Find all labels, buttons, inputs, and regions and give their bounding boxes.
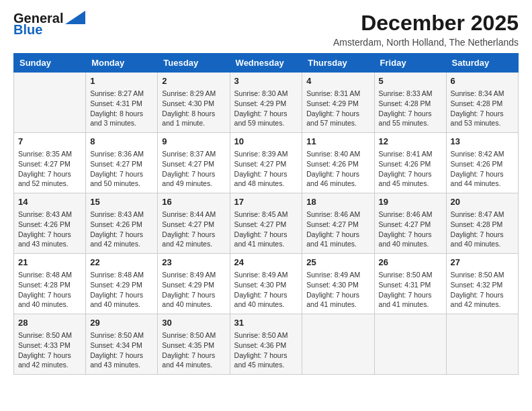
calendar-cell: 23Sunrise: 8:49 AM Sunset: 4:29 PM Dayli… (158, 254, 230, 314)
cell-content: Sunrise: 8:43 AM Sunset: 4:26 PM Dayligh… (90, 210, 153, 249)
page-header: General Blue December 2025 Amsterdam, No… (13, 11, 519, 48)
location-title: Amsterdam, North Holland, The Netherland… (333, 37, 519, 48)
day-number: 9 (162, 136, 225, 148)
cell-content: Sunrise: 8:50 AM Sunset: 4:34 PM Dayligh… (90, 330, 153, 370)
cell-content: Sunrise: 8:43 AM Sunset: 4:26 PM Dayligh… (18, 210, 81, 249)
calendar-cell: 13Sunrise: 8:42 AM Sunset: 4:26 PM Dayli… (446, 133, 518, 193)
calendar-cell: 18Sunrise: 8:46 AM Sunset: 4:27 PM Dayli… (302, 193, 374, 254)
cell-content: Sunrise: 8:50 AM Sunset: 4:35 PM Dayligh… (162, 330, 225, 370)
cell-content: Sunrise: 8:49 AM Sunset: 4:29 PM Dayligh… (162, 270, 225, 310)
svg-marker-0 (65, 11, 85, 24)
calendar-cell: 8Sunrise: 8:36 AM Sunset: 4:27 PM Daylig… (86, 133, 158, 193)
day-number: 26 (379, 257, 442, 269)
calendar-cell: 11Sunrise: 8:40 AM Sunset: 4:26 PM Dayli… (302, 133, 374, 193)
calendar-week-row: 21Sunrise: 8:48 AM Sunset: 4:28 PM Dayli… (14, 254, 519, 314)
cell-content: Sunrise: 8:46 AM Sunset: 4:27 PM Dayligh… (306, 210, 369, 249)
calendar-table: SundayMondayTuesdayWednesdayThursdayFrid… (13, 53, 519, 375)
cell-content: Sunrise: 8:41 AM Sunset: 4:26 PM Dayligh… (379, 149, 442, 189)
calendar-cell: 17Sunrise: 8:45 AM Sunset: 4:27 PM Dayli… (230, 193, 302, 254)
calendar-cell: 25Sunrise: 8:49 AM Sunset: 4:30 PM Dayli… (302, 254, 374, 314)
weekday-header: Tuesday (158, 54, 230, 73)
day-number: 12 (379, 136, 442, 148)
day-number: 6 (451, 75, 514, 87)
cell-content: Sunrise: 8:50 AM Sunset: 4:36 PM Dayligh… (234, 330, 298, 370)
cell-content: Sunrise: 8:34 AM Sunset: 4:28 PM Dayligh… (451, 89, 514, 128)
calendar-cell: 26Sunrise: 8:50 AM Sunset: 4:31 PM Dayli… (374, 254, 446, 314)
calendar-cell: 2Sunrise: 8:29 AM Sunset: 4:30 PM Daylig… (158, 73, 230, 133)
calendar-cell: 27Sunrise: 8:50 AM Sunset: 4:32 PM Dayli… (446, 254, 518, 314)
day-number: 25 (306, 257, 369, 269)
day-number: 31 (234, 317, 298, 329)
day-number: 15 (90, 196, 153, 208)
calendar-week-row: 14Sunrise: 8:43 AM Sunset: 4:26 PM Dayli… (14, 193, 519, 254)
calendar-cell: 29Sunrise: 8:50 AM Sunset: 4:34 PM Dayli… (86, 314, 158, 375)
day-number: 8 (90, 136, 153, 148)
weekday-header: Thursday (302, 54, 374, 73)
day-number: 24 (234, 257, 298, 269)
logo-blue-text: Blue (13, 22, 42, 38)
calendar-cell: 5Sunrise: 8:33 AM Sunset: 4:28 PM Daylig… (374, 73, 446, 133)
day-number: 3 (234, 75, 298, 87)
calendar-cell: 31Sunrise: 8:50 AM Sunset: 4:36 PM Dayli… (230, 314, 302, 375)
cell-content: Sunrise: 8:44 AM Sunset: 4:27 PM Dayligh… (162, 210, 225, 249)
calendar-cell (374, 314, 446, 375)
logo-icon (65, 11, 85, 24)
cell-content: Sunrise: 8:31 AM Sunset: 4:29 PM Dayligh… (306, 89, 369, 128)
day-number: 30 (162, 317, 225, 329)
cell-content: Sunrise: 8:37 AM Sunset: 4:27 PM Dayligh… (162, 149, 225, 189)
cell-content: Sunrise: 8:48 AM Sunset: 4:29 PM Dayligh… (90, 270, 153, 310)
cell-content: Sunrise: 8:30 AM Sunset: 4:29 PM Dayligh… (234, 89, 298, 128)
cell-content: Sunrise: 8:33 AM Sunset: 4:28 PM Dayligh… (379, 89, 442, 128)
day-number: 10 (234, 136, 298, 148)
calendar-week-row: 7Sunrise: 8:35 AM Sunset: 4:27 PM Daylig… (14, 133, 519, 193)
calendar-cell (302, 314, 374, 375)
cell-content: Sunrise: 8:50 AM Sunset: 4:31 PM Dayligh… (379, 270, 442, 310)
calendar-cell: 9Sunrise: 8:37 AM Sunset: 4:27 PM Daylig… (158, 133, 230, 193)
day-number: 17 (234, 196, 298, 208)
title-section: December 2025 Amsterdam, North Holland, … (333, 11, 519, 48)
cell-content: Sunrise: 8:42 AM Sunset: 4:26 PM Dayligh… (451, 149, 514, 189)
day-number: 22 (90, 257, 153, 269)
calendar-cell: 6Sunrise: 8:34 AM Sunset: 4:28 PM Daylig… (446, 73, 518, 133)
cell-content: Sunrise: 8:35 AM Sunset: 4:27 PM Dayligh… (18, 149, 81, 189)
logo: General Blue (13, 11, 85, 38)
cell-content: Sunrise: 8:49 AM Sunset: 4:30 PM Dayligh… (234, 270, 298, 310)
cell-content: Sunrise: 8:36 AM Sunset: 4:27 PM Dayligh… (90, 149, 153, 189)
weekday-header: Monday (86, 54, 158, 73)
calendar-cell: 19Sunrise: 8:46 AM Sunset: 4:27 PM Dayli… (374, 193, 446, 254)
day-number: 29 (90, 317, 153, 329)
day-number: 1 (90, 75, 153, 87)
calendar-cell: 30Sunrise: 8:50 AM Sunset: 4:35 PM Dayli… (158, 314, 230, 375)
calendar-cell (446, 314, 518, 375)
calendar-cell: 24Sunrise: 8:49 AM Sunset: 4:30 PM Dayli… (230, 254, 302, 314)
calendar-cell: 21Sunrise: 8:48 AM Sunset: 4:28 PM Dayli… (14, 254, 86, 314)
calendar-cell: 28Sunrise: 8:50 AM Sunset: 4:33 PM Dayli… (14, 314, 86, 375)
cell-content: Sunrise: 8:39 AM Sunset: 4:27 PM Dayligh… (234, 149, 298, 189)
cell-content: Sunrise: 8:47 AM Sunset: 4:28 PM Dayligh… (451, 210, 514, 249)
calendar-cell: 4Sunrise: 8:31 AM Sunset: 4:29 PM Daylig… (302, 73, 374, 133)
calendar-cell: 16Sunrise: 8:44 AM Sunset: 4:27 PM Dayli… (158, 193, 230, 254)
weekday-header: Saturday (446, 54, 518, 73)
weekday-header: Wednesday (230, 54, 302, 73)
calendar-cell: 22Sunrise: 8:48 AM Sunset: 4:29 PM Dayli… (86, 254, 158, 314)
cell-content: Sunrise: 8:48 AM Sunset: 4:28 PM Dayligh… (18, 270, 81, 310)
day-number: 11 (306, 136, 369, 148)
day-number: 23 (162, 257, 225, 269)
day-number: 2 (162, 75, 225, 87)
cell-content: Sunrise: 8:50 AM Sunset: 4:33 PM Dayligh… (18, 330, 81, 370)
weekday-header: Friday (374, 54, 446, 73)
calendar-cell: 15Sunrise: 8:43 AM Sunset: 4:26 PM Dayli… (86, 193, 158, 254)
cell-content: Sunrise: 8:29 AM Sunset: 4:30 PM Dayligh… (162, 89, 225, 128)
day-number: 13 (451, 136, 514, 148)
day-number: 14 (18, 196, 81, 208)
cell-content: Sunrise: 8:40 AM Sunset: 4:26 PM Dayligh… (306, 149, 369, 189)
day-number: 28 (18, 317, 81, 329)
day-number: 7 (18, 136, 81, 148)
cell-content: Sunrise: 8:50 AM Sunset: 4:32 PM Dayligh… (451, 270, 514, 310)
day-number: 5 (379, 75, 442, 87)
month-title: December 2025 (333, 11, 519, 36)
day-number: 19 (379, 196, 442, 208)
weekday-header: Sunday (14, 54, 86, 73)
calendar-header-row: SundayMondayTuesdayWednesdayThursdayFrid… (14, 54, 519, 73)
calendar-cell (14, 73, 86, 133)
